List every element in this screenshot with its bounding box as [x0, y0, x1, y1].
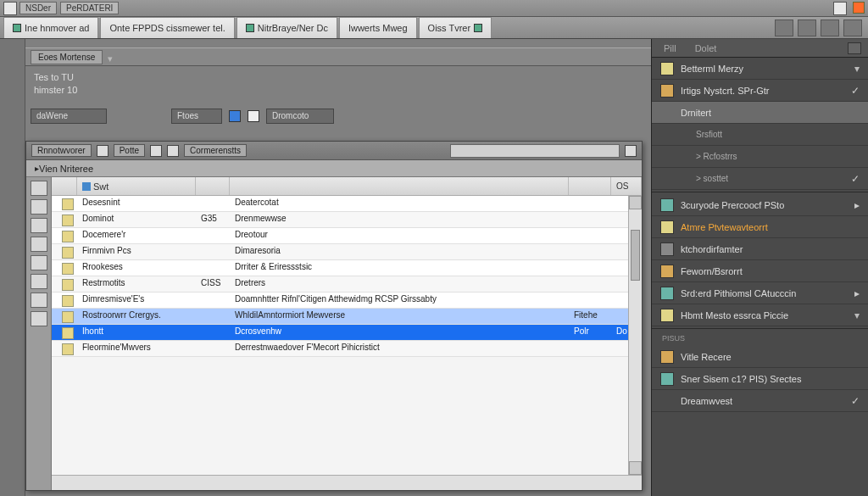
doc-tab[interactable]: Ine hnmover ad [3, 17, 98, 38]
side-icon[interactable] [31, 199, 47, 215]
col-name[interactable]: Swt [77, 177, 196, 195]
folder-icon [62, 343, 74, 355]
rt-icon [854, 287, 860, 299]
panel-tab[interactable]: Dolet [690, 42, 722, 55]
panel-item[interactable]: Betterml Merzy [652, 58, 868, 80]
scroll-thumb[interactable] [631, 230, 640, 281]
panel-item[interactable]: ktchordirfamter [652, 238, 868, 260]
file-desc: Drriter & Eriressstsic [230, 260, 569, 276]
side-icon[interactable] [31, 237, 47, 252]
file-desc: Dreotour [230, 228, 569, 243]
file-size [196, 341, 230, 356]
filter-field[interactable]: daWene [31, 109, 107, 124]
panel-item-label: 3curyode Prercoocf PSto [681, 200, 784, 210]
folder-icon [62, 263, 74, 275]
file-desc: Drenmewwse [230, 212, 569, 227]
expand-icon[interactable] [108, 53, 114, 60]
toolbar-tab[interactable]: Potte [114, 144, 145, 157]
file-type: Fitehe [569, 309, 611, 324]
filter-field[interactable]: Dromcoto [266, 109, 334, 124]
panel-item[interactable]: Drnitert [652, 102, 868, 124]
table-row[interactable]: RrookesesDrriter & Eriressstsic [52, 260, 642, 276]
col-os[interactable]: OS [611, 177, 642, 195]
table-row[interactable]: RestrmotitsCISSDretrers [52, 276, 642, 293]
panel-item[interactable]: Srsfiott [652, 124, 868, 146]
horizontal-scrollbar[interactable] [52, 475, 642, 490]
file-type [569, 212, 611, 227]
document-tabstrip: Ine hnmover ad Onte FPPDS cissmewer tel.… [0, 17, 868, 39]
toolbar-icon[interactable] [97, 145, 108, 157]
right-panel: Pill Dolet Betterml MerzyIrtigs Nystcrt.… [651, 39, 868, 496]
layout-tool-button[interactable] [775, 20, 793, 36]
panel-tool-button[interactable] [821, 20, 839, 36]
panel-item[interactable]: Feworn/Bsrorrt [652, 260, 868, 282]
filter-icon[interactable] [229, 110, 241, 122]
panel-item[interactable]: Vitle Recere [652, 346, 868, 368]
panel-item[interactable]: Atmre Ptvtewavteorrt [652, 216, 868, 238]
panel-item[interactable]: Dreamwvest [652, 390, 868, 412]
col-size[interactable] [196, 177, 230, 195]
breadcrumb[interactable]: ▸ Vien Nriteree [26, 160, 642, 177]
file-desc: Dimaresoria [230, 244, 569, 259]
panel-item[interactable]: > sosttet [652, 168, 868, 190]
filter-field[interactable]: Ftoes [171, 109, 222, 124]
doc-icon [660, 309, 674, 322]
doc-tab[interactable]: Onte FPPDS cissmewer tel. [100, 17, 234, 38]
table-row[interactable]: Docemere'rDreotour [52, 228, 642, 244]
table-row[interactable]: DominotG35Drenmewwse [52, 212, 642, 228]
toolbar-tab[interactable]: Cormerenstts [184, 144, 247, 157]
panel-item[interactable]: Irtigs Nystcrt. SPr-Gtr [652, 80, 868, 102]
doc-tab-label: Iwwerts Mweg [348, 23, 408, 33]
panel-item[interactable]: Sner Sisem c1? PIS) Srectes [652, 368, 868, 390]
panel-menu-icon[interactable] [848, 42, 861, 54]
doc-tab[interactable]: NitrBraye/Ner Dc [236, 17, 337, 38]
panel-header: Pill Dolet [652, 39, 868, 58]
view-tool-button[interactable] [798, 20, 816, 36]
table-row[interactable]: Rostroorwrr Crergys.WhldilAmntormiort Me… [52, 309, 642, 325]
panel-item[interactable]: Srd:erd Pithiomsl CAtucccin [652, 282, 868, 304]
doc-tab[interactable]: Oiss Tvrer [419, 17, 492, 38]
secondary-tab[interactable]: Eoes Mortense [31, 50, 103, 64]
table-row[interactable]: IhonttDcrosvenhwPolrDo [52, 325, 642, 341]
panel-tab[interactable]: Pill [659, 42, 682, 55]
side-icon[interactable] [31, 181, 47, 196]
filter-icon[interactable] [248, 110, 259, 122]
table-row[interactable]: DesesnintDeatercotat [52, 196, 642, 212]
app-tag: NSDer [19, 2, 57, 14]
doc-icon [13, 24, 21, 32]
col-type[interactable] [569, 177, 611, 195]
menu-tool-button[interactable] [843, 20, 862, 36]
toolbar-tab[interactable]: Rnnotwvorer [31, 144, 92, 157]
file-desc: Derrestnwaedover F'Mecort Pihicristict [230, 341, 569, 356]
doc-tab-label: NitrBraye/Ner Dc [258, 23, 328, 33]
folder-icon [62, 279, 74, 291]
address-field[interactable] [450, 144, 620, 158]
doc-tab[interactable]: Iwwerts Mweg [339, 17, 417, 38]
panel-item[interactable]: 3curyode Prercoocf PSto [652, 194, 868, 216]
panel-item-label: Betterml Merzy [681, 64, 743, 74]
scroll-up-icon[interactable] [629, 196, 642, 209]
side-icon[interactable] [31, 293, 47, 308]
side-icon[interactable] [31, 311, 47, 326]
table-row[interactable]: Fleormine'MwversDerrestnwaedover F'Mecor… [52, 341, 642, 357]
filter-row: daWene Ftoes Dromcoto [25, 106, 651, 126]
toolbar-icon[interactable] [167, 145, 179, 157]
vertical-scrollbar[interactable] [628, 196, 642, 475]
panel-item[interactable]: > Rcfostrrs [652, 146, 868, 168]
col-desc[interactable] [230, 177, 569, 195]
panel-item[interactable]: Hbmt Mesto essrca Piccie [652, 304, 868, 326]
file-name: Docemere'r [77, 228, 196, 243]
toolbar-icon[interactable] [150, 145, 162, 157]
side-icon[interactable] [31, 218, 47, 233]
side-icon[interactable] [31, 274, 47, 289]
min-icon[interactable] [833, 2, 847, 15]
side-icon[interactable] [31, 255, 47, 270]
go-icon[interactable] [625, 145, 637, 157]
scroll-down-icon[interactable] [629, 461, 642, 475]
table-row[interactable]: Dimresmisve'E'sDoamnhtter Rifnl'Citigen … [52, 293, 642, 309]
panel-item-label: Sner Sisem c1? PIS) Srectes [681, 374, 801, 384]
close-icon[interactable] [853, 2, 865, 14]
folder-icon [62, 198, 74, 210]
table-row[interactable]: Firnmivn PcsDimaresoria [52, 244, 642, 260]
col-icon[interactable] [52, 177, 77, 195]
